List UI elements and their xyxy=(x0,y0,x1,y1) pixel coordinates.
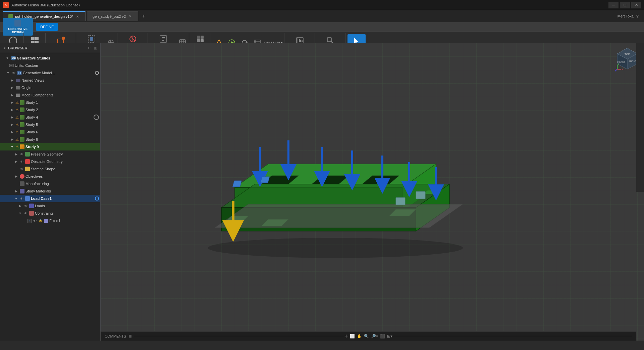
gen-model-gear-icon[interactable] xyxy=(95,71,99,75)
expand-study1[interactable]: ▶ xyxy=(9,100,15,105)
tree-item-units[interactable]: mm Units: Custom xyxy=(0,62,100,69)
expand-preserve[interactable]: ▶ xyxy=(13,151,19,157)
constraints-icon xyxy=(29,211,34,216)
constraints-label: Constraints xyxy=(35,211,99,215)
expand-constraints[interactable]: ▼ xyxy=(17,211,23,216)
tree-item-starting-shape[interactable]: 👁 Starting Shape xyxy=(0,165,100,173)
tree-item-fixed1[interactable]: 👁 🔒 Fixed1 xyxy=(0,217,100,224)
tree-item-named-views[interactable]: ▶ Named Views xyxy=(0,77,100,84)
expand-study5[interactable]: ▶ xyxy=(9,122,15,127)
expand-study-materials[interactable]: ▶ xyxy=(13,188,19,194)
browser-pin-icon[interactable]: ◫ xyxy=(93,46,98,50)
starting-eye-icon[interactable]: 👁 xyxy=(19,167,24,171)
tree-item-preserve[interactable]: ▶ 👁 Preserve Geometry xyxy=(0,150,100,158)
tree-item-gen-model[interactable]: ▼ 👁 Generative Model 1 xyxy=(0,69,100,77)
tree-item-obstacle[interactable]: ▶ 👁 Obstacle Geometry xyxy=(0,158,100,165)
expand-named-views[interactable]: ▶ xyxy=(9,78,15,83)
viewport[interactable]: TOP FRONT RIGHT X Z QUICK SETUP COMMENTS xyxy=(101,43,644,341)
zoom-icon[interactable]: 🔍 xyxy=(364,334,369,339)
load-case1-eye-icon[interactable]: 👁 xyxy=(19,196,24,201)
minimize-button[interactable]: ─ xyxy=(608,2,619,8)
study8-warning-icon: ⚠ xyxy=(15,137,19,142)
tree-item-load-case1[interactable]: ▼ 👁 Load Case1 xyxy=(0,195,100,202)
expand-study2[interactable]: ▶ xyxy=(9,107,15,113)
expand-load-case1[interactable]: ▼ xyxy=(13,196,19,201)
tree-item-generative-studies[interactable]: ▼ GD Generative Studies xyxy=(0,54,100,62)
view-cube-icon[interactable]: ⬛ xyxy=(380,334,385,339)
svg-rect-19 xyxy=(201,36,204,39)
svg-text:mm: mm xyxy=(10,64,13,67)
expand-objectives[interactable]: ▶ xyxy=(13,174,19,179)
tree-item-objectives[interactable]: ▶ Objectives xyxy=(0,173,100,180)
tree-item-origin[interactable]: ▶ Origin xyxy=(0,84,100,91)
quick-setup-panel[interactable]: QUICK SETUP xyxy=(636,43,644,192)
tab-gen-close[interactable]: ✕ xyxy=(128,14,132,19)
tab-add-button[interactable]: + xyxy=(140,12,148,20)
snap-icon[interactable]: ✛ xyxy=(344,334,348,339)
load-case1-gear-icon[interactable] xyxy=(95,196,99,201)
tree-item-manufacturing[interactable]: Manufacturing xyxy=(0,180,100,187)
svg-text:Z: Z xyxy=(618,62,619,65)
expand-study9[interactable]: ▼ xyxy=(9,144,15,149)
gen-model-label: Generative Model 1 xyxy=(23,71,93,75)
expand-origin[interactable]: ▶ xyxy=(9,85,15,90)
viewport-grid xyxy=(101,43,644,341)
preserve-eye-icon[interactable]: 👁 xyxy=(19,152,24,157)
tree-item-study4[interactable]: ▶ ⚠ Study 4 xyxy=(0,114,100,121)
help-icon[interactable]: ? xyxy=(636,14,639,19)
gen-model-eye[interactable]: 👁 xyxy=(11,71,16,75)
expand-generative-studies[interactable]: ▼ xyxy=(5,55,10,61)
loads-eye-icon[interactable]: 👁 xyxy=(23,204,28,208)
starting-shape-icon xyxy=(25,166,30,172)
svg-rect-33 xyxy=(299,39,300,42)
expand-study8[interactable]: ▶ xyxy=(9,137,15,142)
pan-icon[interactable]: ✋ xyxy=(357,334,362,339)
fixed1-checkbox[interactable] xyxy=(28,219,32,223)
grid-icon[interactable]: ⊞▾ xyxy=(387,334,392,339)
expand-gen-model[interactable]: ▼ xyxy=(5,70,11,76)
constraints-eye-icon[interactable]: 👁 xyxy=(23,211,28,216)
tree-item-study1[interactable]: ▶ ⚠ Study 1 xyxy=(0,99,100,106)
tree-item-study6[interactable]: ▶ ⚠ Study 6 xyxy=(0,128,100,136)
study1-icon xyxy=(19,100,25,105)
expand-study6[interactable]: ▶ xyxy=(9,129,15,135)
named-views-icon xyxy=(15,78,21,83)
generative-studies-icon: GD xyxy=(11,55,16,61)
expand-model-components[interactable]: ▶ xyxy=(9,92,15,98)
tree-item-loads[interactable]: ▶ 👁 Loads xyxy=(0,202,100,210)
obstacle-eye-icon[interactable]: 👁 xyxy=(19,159,24,164)
gen-icon xyxy=(14,20,21,27)
preserve-label: Preserve Geometry xyxy=(31,152,99,156)
tab-close-btn[interactable]: ✕ xyxy=(75,14,80,19)
browser-settings-icon[interactable]: ⊙ xyxy=(87,46,92,50)
tree-item-model-components[interactable]: ▶ Model Components xyxy=(0,91,100,99)
study8-icon xyxy=(19,137,25,142)
tree-item-study9[interactable]: ▼ ⚠ Study 9 xyxy=(0,143,100,150)
maximize-button[interactable]: □ xyxy=(620,2,630,8)
study2-icon xyxy=(19,107,25,113)
starting-shape-label: Starting Shape xyxy=(31,167,99,171)
svg-rect-47 xyxy=(16,94,20,97)
tree-item-study-materials[interactable]: ▶ Study Materials xyxy=(0,187,100,195)
browser-collapse-arrow[interactable]: ◄ xyxy=(3,46,6,50)
ribbon-tab-define[interactable]: DEFINE xyxy=(36,23,58,31)
tree-item-constraints[interactable]: ▼ 👁 Constraints xyxy=(0,210,100,217)
comments-dot xyxy=(129,335,131,338)
tab-gen-study[interactable]: gen_study9_out2 v2 ✕ xyxy=(87,11,138,21)
tree-item-study5[interactable]: ▶ ⚠ Study 5 xyxy=(0,121,100,128)
study5-warning-icon: ⚠ xyxy=(15,123,19,127)
obstacle-label: Obstacle Geometry xyxy=(31,160,99,164)
user-name: Mert Toka xyxy=(618,14,634,18)
study5-icon xyxy=(19,122,25,127)
zoom-options-icon[interactable]: 🔎▾ xyxy=(371,334,378,339)
expand-study4[interactable]: ▶ xyxy=(9,115,15,120)
expand-obstacle[interactable]: ▶ xyxy=(13,159,19,164)
expand-loads[interactable]: ▶ xyxy=(17,203,23,209)
tree-item-study2[interactable]: ▶ ⚠ Study 2 xyxy=(0,106,100,114)
display-icon[interactable]: ⬜ xyxy=(350,334,355,339)
fixed1-eye-icon[interactable]: 👁 xyxy=(33,218,37,223)
comments-bar: COMMENTS ✛ ⬜ ✋ 🔍 🔎▾ ⬛ ⊞▾ xyxy=(101,331,636,341)
close-button[interactable]: ✕ xyxy=(631,2,641,8)
svg-rect-43 xyxy=(18,72,19,74)
tree-item-study8[interactable]: ▶ ⚠ Study 8 xyxy=(0,136,100,143)
